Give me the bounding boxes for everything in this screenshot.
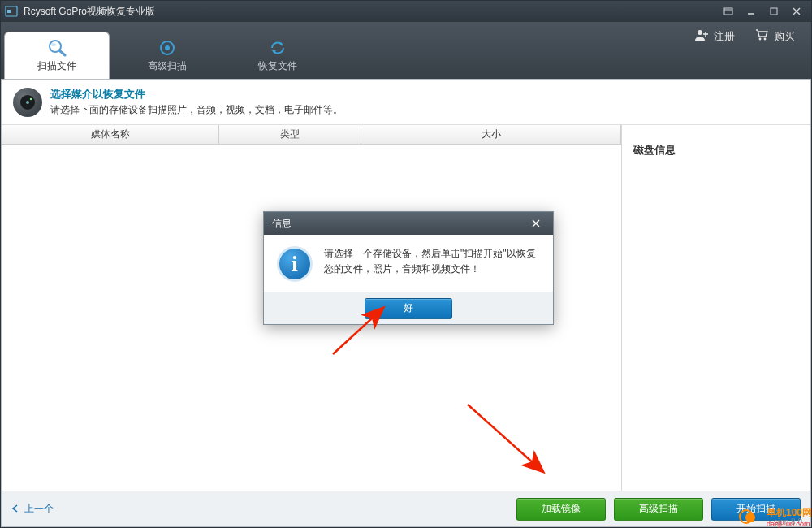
maximize-button[interactable] xyxy=(762,3,785,19)
window-menu-button[interactable] xyxy=(717,3,740,19)
load-image-button[interactable]: 加载镜像 xyxy=(516,498,606,521)
user-plus-icon xyxy=(694,28,709,44)
dialog-title: 信息 xyxy=(272,217,292,231)
col-media-name[interactable]: 媒体名称 xyxy=(2,125,219,144)
info-icon: i xyxy=(277,246,313,282)
footer-bar: 上一个 加载镜像 高级扫描 开始扫描 xyxy=(2,491,810,526)
watermark-name: 单机100网 xyxy=(767,506,812,520)
svg-point-19 xyxy=(26,101,29,104)
titlebar: Rcysoft GoPro视频恢复专业版 xyxy=(1,1,811,22)
buy-button[interactable]: 购买 xyxy=(754,28,795,44)
svg-point-20 xyxy=(30,97,32,99)
svg-rect-5 xyxy=(771,8,777,15)
svg-point-13 xyxy=(698,30,702,35)
info-strip: 选择媒介以恢复文件 请选择下面的存储设备扫描照片，音频，视频，文档，电子邮件等。 xyxy=(2,80,810,125)
info-heading: 选择媒介以恢复文件 xyxy=(50,87,343,102)
toolbar: 扫描文件 高级扫描 恢复文件 注册 购买 xyxy=(1,22,811,79)
svg-line-10 xyxy=(59,50,65,55)
dialog-message: 请选择一个存储设备，然后单击"扫描开始"以恢复您的文件，照片，音频和视频文件！ xyxy=(324,246,540,282)
tab-label: 扫描文件 xyxy=(37,59,76,73)
svg-point-16 xyxy=(759,38,762,41)
tab-label: 高级扫描 xyxy=(148,59,187,73)
minimize-button[interactable] xyxy=(740,3,762,19)
close-button[interactable] xyxy=(785,3,808,19)
info-subtext: 请选择下面的存储设备扫描照片，音频，视频，文档，电子邮件等。 xyxy=(50,103,343,117)
dialog-close-button[interactable] xyxy=(527,216,545,231)
tab-recover-files[interactable]: 恢复文件 xyxy=(225,32,330,79)
buy-label: 购买 xyxy=(774,29,795,44)
window-title: Rcysoft GoPro视频恢复专业版 xyxy=(24,5,717,19)
svg-point-9 xyxy=(51,43,56,46)
svg-rect-1 xyxy=(7,10,11,13)
register-label: 注册 xyxy=(714,29,735,44)
back-label: 上一个 xyxy=(24,502,54,516)
tab-advanced-scan[interactable]: 高级扫描 xyxy=(114,32,220,79)
col-type[interactable]: 类型 xyxy=(219,125,361,144)
svg-point-17 xyxy=(764,38,767,41)
tab-scan-files[interactable]: 扫描文件 xyxy=(4,32,110,79)
table-header: 媒体名称 类型 大小 xyxy=(2,125,621,145)
dialog-ok-button[interactable]: 好 xyxy=(365,298,452,319)
info-dialog: 信息 i 请选择一个存储设备，然后单击"扫描开始"以恢复您的文件，照片，音频和视… xyxy=(263,211,554,325)
svg-rect-2 xyxy=(724,8,732,15)
register-button[interactable]: 注册 xyxy=(694,28,735,44)
app-logo-icon xyxy=(4,5,19,18)
watermark: 单机100网 danji100.com xyxy=(739,506,812,528)
advanced-scan-button[interactable]: 高级扫描 xyxy=(614,498,703,521)
tab-label: 恢复文件 xyxy=(258,59,297,73)
refresh-icon xyxy=(266,38,290,58)
arrow-left-icon xyxy=(11,504,21,515)
magnifier-icon xyxy=(45,38,69,58)
watermark-url: danji100.com xyxy=(767,520,812,528)
svg-point-12 xyxy=(165,45,170,50)
back-button[interactable]: 上一个 xyxy=(11,502,54,516)
cart-icon xyxy=(754,28,769,44)
disk-info-heading: 磁盘信息 xyxy=(633,143,799,158)
disk-icon xyxy=(13,88,42,117)
col-size[interactable]: 大小 xyxy=(361,125,621,144)
disk-info-panel: 磁盘信息 xyxy=(622,125,810,491)
dialog-titlebar[interactable]: 信息 xyxy=(264,212,553,235)
gear-icon xyxy=(155,38,179,58)
